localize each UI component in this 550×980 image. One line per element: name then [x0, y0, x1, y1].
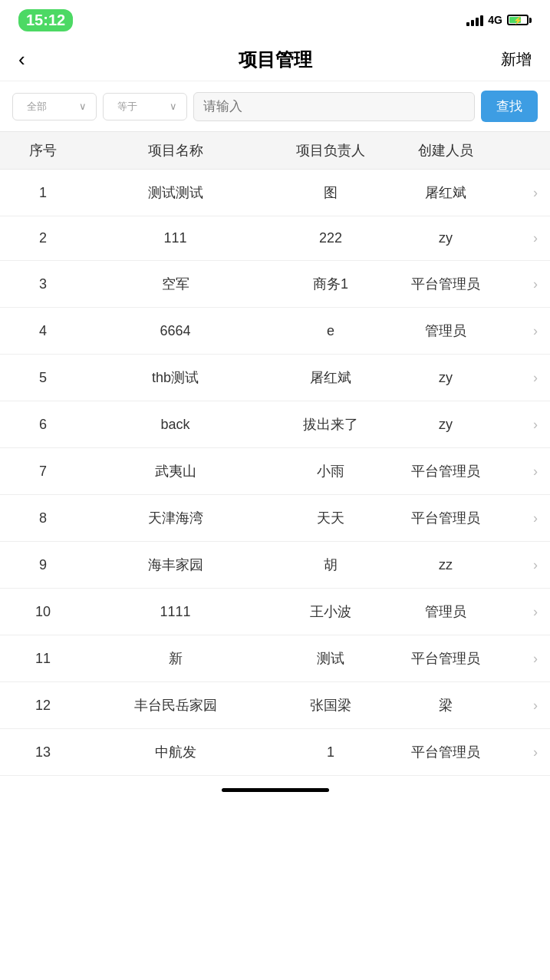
cell-creator: zz — [384, 557, 507, 573]
status-right: 4G ⚡ — [466, 14, 532, 26]
cell-name: 海丰家园 — [74, 556, 277, 574]
cell-manager: 测试 — [277, 649, 384, 668]
table-row[interactable]: 3 空军 商务1 平台管理员 › — [0, 261, 550, 308]
home-indicator — [0, 776, 550, 798]
header-manager: 项目负责人 — [277, 141, 384, 160]
status-time: 15:12 — [18, 9, 73, 31]
chevron-right-icon: › — [507, 370, 538, 386]
category-label: 全部 — [27, 100, 47, 114]
header-arrow — [507, 141, 538, 160]
cell-manager: 1 — [277, 744, 384, 761]
chevron-right-icon: › — [507, 604, 538, 620]
battery-icon: ⚡ — [507, 15, 532, 25]
chevron-right-icon: › — [507, 651, 538, 667]
table-row[interactable]: 10 1111 王小波 管理员 › — [0, 589, 550, 635]
cell-creator: 屠红斌 — [384, 183, 507, 202]
cell-name: 6664 — [74, 323, 277, 339]
status-bar: 15:12 4G ⚡ — [0, 0, 550, 38]
cell-id: 7 — [12, 464, 74, 480]
cell-id: 8 — [12, 510, 74, 526]
page-title: 项目管理 — [239, 48, 312, 72]
cell-id: 1 — [12, 185, 74, 201]
table-row[interactable]: 13 中航发 1 平台管理员 › — [0, 729, 550, 776]
cell-manager: 张国梁 — [277, 696, 384, 714]
table-row[interactable]: 1 测试测试 图 屠红斌 › — [0, 170, 550, 216]
table-row[interactable]: 5 thb测试 屠红斌 zy › — [0, 355, 550, 401]
back-button[interactable]: ‹ — [18, 48, 49, 71]
cell-name: thb测试 — [74, 368, 277, 387]
chevron-right-icon: › — [507, 510, 538, 526]
cell-name: 新 — [74, 649, 277, 668]
table-row[interactable]: 6 back 拔出来了 zy › — [0, 401, 550, 448]
cell-id: 10 — [12, 604, 74, 620]
table-row[interactable]: 2 111 222 zy › — [0, 216, 550, 261]
chevron-down-icon: ∨ — [79, 101, 87, 112]
cell-creator: zy — [384, 370, 507, 386]
cell-creator: 平台管理员 — [384, 743, 507, 761]
chevron-right-icon: › — [507, 417, 538, 433]
cell-id: 2 — [12, 230, 74, 246]
cell-manager: 拔出来了 — [277, 415, 384, 434]
cell-manager: 王小波 — [277, 602, 384, 621]
cell-name: 天津海湾 — [74, 509, 277, 527]
cell-creator: 平台管理员 — [384, 275, 507, 293]
cell-manager: 屠红斌 — [277, 368, 384, 387]
cell-name: 空军 — [74, 275, 277, 293]
add-button[interactable]: 新增 — [501, 49, 532, 70]
chevron-right-icon: › — [507, 557, 538, 573]
table-row[interactable]: 11 新 测试 平台管理员 › — [0, 635, 550, 682]
condition-label: 等于 — [117, 100, 137, 114]
home-bar — [222, 788, 329, 792]
chevron-right-icon: › — [507, 230, 538, 246]
chevron-right-icon: › — [507, 323, 538, 339]
filter-row: 全部 ∨ 等于 ∨ 查找 — [0, 81, 550, 131]
cell-id: 6 — [12, 417, 74, 433]
network-label: 4G — [488, 14, 502, 26]
table-row[interactable]: 8 天津海湾 天天 平台管理员 › — [0, 495, 550, 542]
cell-creator: 平台管理员 — [384, 649, 507, 668]
chevron-right-icon: › — [507, 276, 538, 292]
chevron-right-icon: › — [507, 744, 538, 761]
table-body: 1 测试测试 图 屠红斌 › 2 111 222 zy › 3 空军 商务1 平… — [0, 170, 550, 776]
chevron-down-icon2: ∨ — [170, 101, 177, 112]
search-button[interactable]: 查找 — [481, 91, 538, 122]
cell-name: back — [74, 417, 277, 433]
cell-id: 9 — [12, 557, 74, 573]
cell-manager: 胡 — [277, 556, 384, 574]
table-header: 序号 项目名称 项目负责人 创建人员 — [0, 131, 550, 170]
cell-id: 3 — [12, 276, 74, 292]
cell-manager: 222 — [277, 230, 384, 246]
cell-creator: zy — [384, 417, 507, 433]
table-row[interactable]: 12 丰台民岳家园 张国梁 梁 › — [0, 682, 550, 729]
cell-creator: 管理员 — [384, 602, 507, 621]
condition-select[interactable]: 等于 ∨ — [103, 93, 187, 120]
chevron-right-icon: › — [507, 185, 538, 201]
table-row[interactable]: 7 武夷山 小雨 平台管理员 › — [0, 448, 550, 495]
cell-manager: e — [277, 323, 384, 339]
table-row[interactable]: 9 海丰家园 胡 zz › — [0, 542, 550, 589]
cell-creator: 平台管理员 — [384, 462, 507, 480]
header-creator: 创建人员 — [384, 141, 507, 160]
header-name: 项目名称 — [74, 141, 277, 160]
cell-name: 丰台民岳家园 — [74, 696, 277, 714]
cell-manager: 小雨 — [277, 462, 384, 480]
cell-name: 武夷山 — [74, 462, 277, 480]
cell-id: 11 — [12, 651, 74, 667]
category-select[interactable]: 全部 ∨ — [12, 93, 97, 120]
cell-creator: zy — [384, 230, 507, 246]
chevron-right-icon: › — [507, 698, 538, 714]
cell-creator: 梁 — [384, 696, 507, 714]
search-input[interactable] — [193, 92, 475, 121]
cell-manager: 商务1 — [277, 275, 384, 293]
table-row[interactable]: 4 6664 e 管理员 › — [0, 308, 550, 355]
cell-name: 中航发 — [74, 743, 277, 761]
cell-manager: 天天 — [277, 509, 384, 527]
cell-name: 测试测试 — [74, 183, 277, 202]
cell-id: 13 — [12, 744, 74, 761]
cell-id: 4 — [12, 323, 74, 339]
header-id: 序号 — [12, 141, 74, 160]
cell-id: 12 — [12, 698, 74, 714]
cell-creator: 平台管理员 — [384, 509, 507, 527]
cell-name: 111 — [74, 230, 277, 246]
signal-icon — [466, 14, 483, 26]
